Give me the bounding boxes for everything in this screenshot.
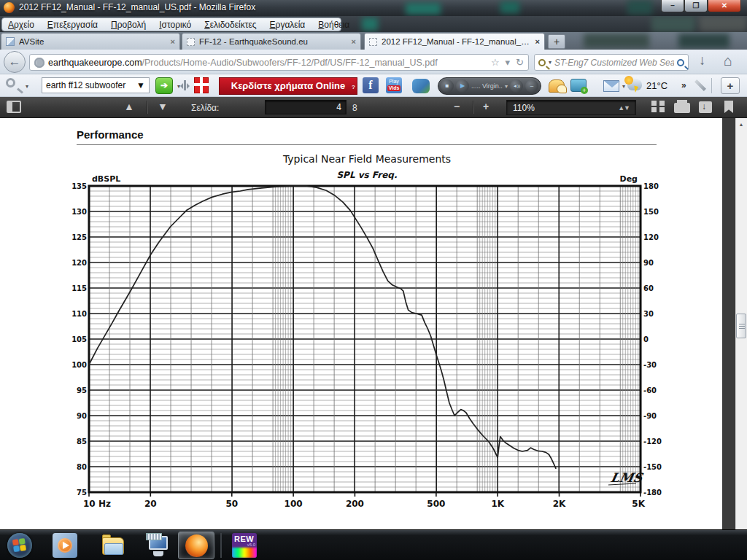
spl-frequency-chart: dBSPLDeg13513012512011511010510095908580… <box>0 118 734 529</box>
toolbar-separator <box>711 78 712 93</box>
svg-text:100: 100 <box>71 361 87 369</box>
add-toolbar-item-button[interactable]: + <box>721 77 740 94</box>
tab-earthquakesound[interactable]: FF-12 - EarthquakeSound.eu × <box>182 33 361 50</box>
presentation-mode-icon[interactable] <box>651 101 665 112</box>
scrollbar-thumb[interactable] <box>736 314 746 338</box>
tab-close-icon[interactable]: × <box>171 37 175 46</box>
minimize-button[interactable]: – <box>661 0 684 12</box>
spl-curve <box>89 186 556 469</box>
media-player-widget: ■ ▶ ..... Virgin... ▾ ◄)) – <box>438 77 541 95</box>
menu-help[interactable]: Βοήθεια <box>318 20 349 30</box>
weather-icon[interactable] <box>627 79 642 90</box>
search-go-button[interactable]: ➔ <box>155 77 173 94</box>
explorer-taskbar-button[interactable] <box>101 533 125 558</box>
mail-envelope-icon[interactable] <box>603 80 619 92</box>
games-controller-icon[interactable] <box>412 79 430 93</box>
zoom-out-button[interactable]: − <box>454 101 460 112</box>
url-bar[interactable]: earthquakeeurope.com/Products/Home-Audio… <box>29 54 529 71</box>
tab-close-icon[interactable]: × <box>535 37 540 46</box>
scrollbar-up-arrow[interactable]: ▲ <box>736 119 746 130</box>
media-player-taskbar-button[interactable] <box>53 533 77 558</box>
splitter-icon[interactable] <box>184 80 186 90</box>
loading-placeholder-icon <box>369 38 377 46</box>
pdf-bookmark-icon[interactable] <box>724 101 733 113</box>
url-path: /Products/Home-Audio/Subwoofers/FF-12/Pd… <box>142 58 438 68</box>
firefox-window-icon <box>4 2 15 13</box>
overflow-chevrons-icon[interactable]: » <box>681 80 686 90</box>
home-button[interactable]: ⌂ <box>724 52 732 69</box>
search-engine-icon[interactable] <box>538 59 546 66</box>
media-minus-button[interactable]: – <box>525 79 538 93</box>
svg-text:80: 80 <box>77 463 87 471</box>
playvids-icon[interactable]: Play Vids <box>386 77 402 93</box>
reload-icon[interactable]: ↻ <box>516 57 524 68</box>
media-play-button[interactable]: ▶ <box>456 79 469 93</box>
next-page-button[interactable]: ▼ <box>158 101 168 112</box>
print-icon[interactable] <box>674 103 690 113</box>
svg-text:135: 135 <box>71 182 87 190</box>
combo-dropdown-icon[interactable]: ▼ <box>136 80 145 90</box>
menu-tools[interactable]: Εργαλεία <box>270 20 306 30</box>
gift-icon[interactable] <box>194 77 209 93</box>
bookmark-star-icon[interactable]: ☆ <box>491 57 500 68</box>
svg-text:120: 120 <box>643 233 659 241</box>
svg-text:50: 50 <box>225 499 238 509</box>
toolbar-search-dropdown-icon[interactable]: ▾ <box>26 83 28 90</box>
desktop-blur-blob <box>651 16 695 32</box>
tab-close-icon[interactable]: × <box>352 37 356 46</box>
previous-page-button[interactable]: ▲ <box>124 101 134 112</box>
svg-text:75: 75 <box>77 489 87 497</box>
facebook-icon[interactable]: f <box>363 77 379 93</box>
svg-text:dBSPL: dBSPL <box>92 174 120 184</box>
zoom-in-button[interactable]: + <box>483 101 489 112</box>
menu-file[interactable]: Αρχείο <box>8 20 34 30</box>
pdf-download-icon[interactable] <box>699 101 712 113</box>
toolbar-search-icon[interactable] <box>6 78 15 88</box>
ad-banner[interactable]: Κερδίστε χρήματα Online? <box>219 77 357 95</box>
svg-text:200: 200 <box>346 499 364 509</box>
media-dropdown-icon[interactable]: ▾ <box>505 83 508 90</box>
media-volume-button[interactable]: ◄)) <box>510 79 523 93</box>
chat-bubbles-icon[interactable] <box>549 79 565 93</box>
svg-text:105: 105 <box>71 335 87 343</box>
zoom-level-select[interactable]: 110% ▲▼ <box>506 100 636 115</box>
desktop-blur-blob <box>627 0 652 15</box>
pdf-sidebar-toggle-icon[interactable] <box>7 101 21 113</box>
firefox-taskbar-button-active[interactable] <box>178 532 214 559</box>
media-stop-button[interactable]: ■ <box>441 79 454 93</box>
taskbar-separator <box>220 533 222 558</box>
window-title: 2012 FF12_Manual - FF-12_manual_US.pdf -… <box>19 2 255 12</box>
svg-text:2K: 2K <box>553 499 566 509</box>
temperature-label: 21°C <box>646 80 667 91</box>
url-dropdown-icon[interactable]: ▾ <box>506 57 511 68</box>
close-button[interactable]: ✕ <box>708 0 741 12</box>
search-engine-dropdown-icon[interactable]: ▾ <box>549 59 551 66</box>
restore-button[interactable]: ❐ <box>684 0 708 12</box>
page-number-input[interactable] <box>265 100 347 114</box>
svg-text:500: 500 <box>427 499 445 509</box>
desktop-blur-blob <box>362 18 378 31</box>
banner-hint: ? <box>352 79 355 96</box>
wrench-icon[interactable] <box>694 79 706 91</box>
new-tab-button[interactable]: + <box>548 34 565 49</box>
menu-bookmarks[interactable]: Σελιδοδείκτες <box>204 20 256 30</box>
tv-add-icon[interactable] <box>570 79 587 92</box>
remote-desktop-taskbar-button[interactable] <box>146 533 171 558</box>
menu-view[interactable]: Προβολή <box>111 20 146 30</box>
navigation-toolbar: ← earthquakeeurope.com/Products/Home-Aud… <box>0 50 747 74</box>
back-button[interactable]: ← <box>4 51 26 73</box>
desktop-blur-blob <box>678 34 729 48</box>
tab-ff12-manual-active[interactable]: 2012 FF12_Manual - FF-12_manual_U... × <box>364 33 545 50</box>
toolbar-search-value: earth ff12 subwoofer <box>46 80 125 90</box>
start-button[interactable] <box>7 533 32 558</box>
tab-avsite[interactable]: AVSite × <box>1 33 180 50</box>
downloads-button[interactable]: ↓ <box>699 52 706 69</box>
mail-dropdown-icon[interactable]: ▾ <box>622 83 625 90</box>
search-box[interactable]: ▾ ST-Eng7 Customized Web Sea. <box>534 54 689 71</box>
toolbar-search-input[interactable]: earth ff12 subwoofer ▼ <box>42 77 150 93</box>
rew-taskbar-button[interactable]: REW v5.0 <box>232 533 257 558</box>
zoom-level-value: 110% <box>513 103 535 113</box>
menu-edit[interactable]: Επεξεργασία <box>47 20 98 30</box>
search-go-icon[interactable] <box>677 59 684 66</box>
menu-history[interactable]: Ιστορικό <box>159 20 191 30</box>
